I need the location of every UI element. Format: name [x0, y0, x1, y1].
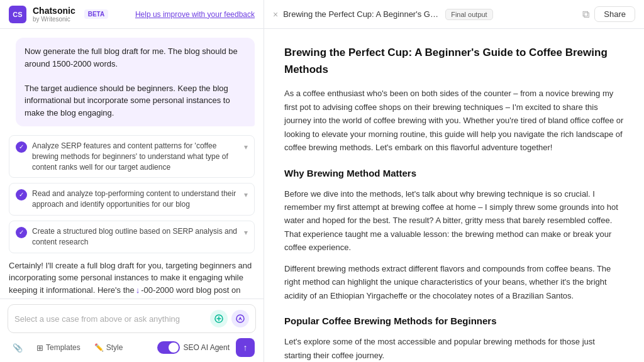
- copy-button[interactable]: ⧉: [582, 9, 589, 20]
- input-area: Select a use case from above or ask anyt…: [0, 299, 264, 362]
- ai-icon: [236, 314, 245, 323]
- task-item[interactable]: ✓ Read and analyze top-performing conten…: [9, 183, 255, 216]
- feedback-link[interactable]: Help us improve with your feedback: [135, 10, 255, 19]
- task-text: Create a structured blog outline based o…: [32, 226, 239, 248]
- toggle-knob: [169, 343, 179, 353]
- seo-label: SEO AI Agent: [184, 343, 230, 352]
- style-label: Style: [106, 343, 123, 352]
- chevron-down-icon: ▾: [244, 189, 248, 200]
- send-button[interactable]: ↑: [236, 338, 255, 357]
- brand-sub: by Writesonic: [33, 16, 75, 23]
- right-panel: × Brewing the Perfect Cup: A Beginner's …: [264, 0, 644, 362]
- send-icon: ↑: [243, 343, 248, 353]
- assistant-text-content: Certainly! I'll create a full blog draft…: [9, 261, 252, 299]
- article-p3: Let's explore some of the most accessibl…: [284, 335, 624, 362]
- beta-badge: BETA: [84, 9, 108, 19]
- user-message-text: Now generate the full blog draft for me.…: [25, 47, 238, 118]
- app-header: CS Chatsonic by Writesonic BETA Help us …: [0, 0, 264, 29]
- right-header: × Brewing the Perfect Cup: A Beginner's …: [264, 0, 644, 29]
- templates-button[interactable]: ⊞ Templates: [33, 341, 84, 354]
- article-title: Brewing the Perfect Cup: A Beginner's Gu…: [284, 44, 624, 78]
- user-message: Now generate the full blog draft for me.…: [16, 38, 255, 126]
- right-actions: ⧉ Share: [582, 6, 635, 22]
- final-output-badge: Final output: [445, 9, 492, 20]
- templates-label: Templates: [46, 343, 80, 352]
- left-panel: CS Chatsonic by Writesonic BETA Help us …: [0, 0, 264, 362]
- templates-icon: ⊞: [36, 343, 43, 353]
- brand-name: Chatsonic: [33, 6, 75, 16]
- article-p2: Different brewing methods extract differ…: [284, 262, 624, 302]
- close-button[interactable]: ×: [273, 9, 278, 19]
- toolbar-row: 📎 ⊞ Templates ✏️ Style SEO AI Agent: [8, 338, 256, 357]
- article-h2-2: Popular Coffee Brewing Methods for Begin…: [284, 314, 624, 329]
- task-text: Analyze SERP features and content patter…: [32, 141, 239, 172]
- article-intro: As a coffee enthusiast who's been on bot…: [284, 87, 624, 154]
- input-icons: [210, 310, 249, 327]
- task-text: Read and analyze top-performing content …: [32, 189, 239, 210]
- task-item[interactable]: ✓ Create a structured blog outline based…: [9, 221, 255, 253]
- seo-toggle[interactable]: [157, 341, 180, 354]
- task-check-icon: ✓: [16, 189, 27, 200]
- chevron-down-icon: ▾: [244, 141, 248, 153]
- seo-toggle-wrapper: SEO AI Agent: [157, 341, 230, 354]
- task-list: ✓ Analyze SERP features and content patt…: [9, 135, 255, 253]
- sparkle-icon: [214, 314, 223, 323]
- task-check-icon: ✓: [16, 227, 27, 238]
- brand-info: Chatsonic by Writesonic: [33, 6, 75, 23]
- style-icon: ✏️: [94, 343, 104, 352]
- teal-icon-button[interactable]: [210, 310, 228, 327]
- task-item[interactable]: ✓ Analyze SERP features and content patt…: [9, 135, 255, 178]
- chat-area: Now generate the full blog draft for me.…: [0, 29, 264, 299]
- chevron-down-icon: ▾: [244, 226, 248, 238]
- chat-input-placeholder: Select a use case from above or ask anyt…: [14, 314, 210, 324]
- assistant-message: Certainly! I'll create a full blog draft…: [9, 260, 255, 299]
- attach-button[interactable]: 📎: [9, 341, 26, 354]
- purple-icon-button[interactable]: [231, 310, 249, 327]
- article-area: Brewing the Perfect Cup: A Beginner's Gu…: [264, 29, 644, 362]
- task-check-icon: ✓: [16, 141, 27, 153]
- paperclip-icon: 📎: [13, 343, 23, 353]
- doc-title: Brewing the Perfect Cup: A Beginner's Gu…: [283, 9, 440, 19]
- chat-input-box[interactable]: Select a use case from above or ask anyt…: [8, 304, 256, 333]
- share-button[interactable]: Share: [594, 6, 635, 22]
- article-p1: Before we dive into the methods, let's t…: [284, 187, 624, 255]
- style-button[interactable]: ✏️ Style: [91, 341, 127, 354]
- article-h2-1: Why Brewing Method Matters: [284, 166, 624, 181]
- logo-icon: CS: [9, 6, 26, 23]
